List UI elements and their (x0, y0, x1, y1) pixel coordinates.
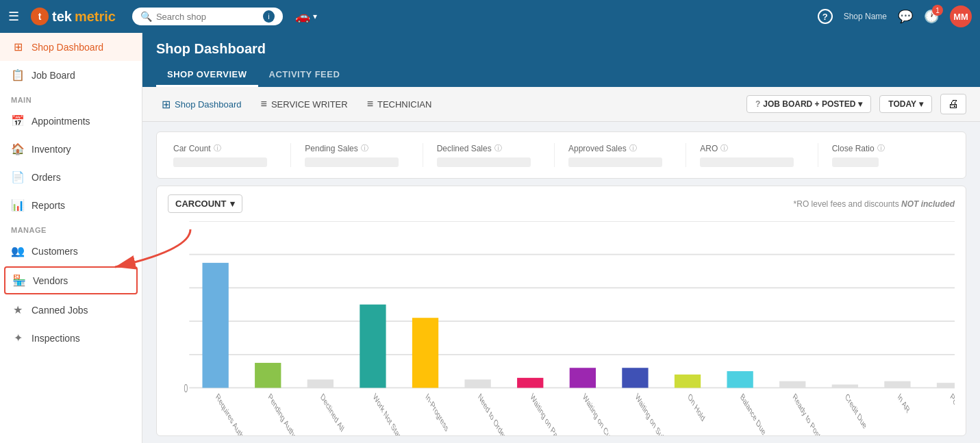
sidebar-label-reports: Reports (32, 200, 65, 211)
svg-rect-31 (779, 381, 805, 388)
sidebar-item-appointments[interactable]: 📅 Appointments (0, 107, 142, 135)
chart-type-dropdown[interactable]: CARCOUNT ▾ (168, 194, 242, 213)
stat-aro-label: ARO (700, 144, 718, 153)
svg-rect-13 (307, 379, 334, 388)
filter-dropdown-icon: ▾ (858, 99, 862, 109)
user-avatar[interactable]: MM (950, 5, 972, 27)
filter-label: JOB BOARD + POSTED (763, 99, 855, 109)
svg-text:Posted: Posted (949, 392, 955, 420)
svg-text:Waiting on Parts: Waiting on Parts (529, 392, 563, 435)
sidebar-label-inventory: Inventory (32, 144, 71, 155)
tab-shop-overview[interactable]: SHOP OVERVIEW (156, 64, 258, 87)
stat-aro-info[interactable]: ⓘ (720, 143, 728, 153)
stat-approved-sales-label: Approved Sales (568, 144, 627, 153)
toolbar-technician-label: TECHNICIAN (377, 99, 431, 110)
sidebar-item-inspections[interactable]: ✦ Inspections (0, 324, 142, 352)
filter-icon: ? (755, 99, 760, 109)
svg-rect-25 (622, 368, 648, 388)
sidebar-label-inspections: Inspections (32, 333, 80, 344)
job-board-filter-button[interactable]: ? JOB BOARD + POSTED ▾ (746, 95, 871, 113)
stat-close-ratio-label: Close Ratio (832, 144, 875, 153)
chart-note-emphasis: NOT included (901, 199, 955, 209)
stat-car-count-value (173, 157, 267, 167)
svg-text:On Hold: On Hold (687, 392, 706, 423)
sidebar-item-inventory[interactable]: 🏠 Inventory (0, 135, 142, 163)
chart-note: *RO level fees and discounts NOT include… (794, 199, 955, 209)
stat-close-ratio-value (832, 157, 879, 167)
sidebar-label-shop-dashboard: Shop Dashboard (32, 42, 103, 53)
svg-text:Balance Due: Balance Due (740, 392, 767, 435)
notification-badge: 1 (932, 5, 943, 16)
svg-text:0: 0 (184, 382, 188, 395)
stat-pending-sales-info[interactable]: ⓘ (361, 143, 368, 153)
toolbar: ⊞ Shop Dashboard ≡ SERVICE WRITER ≡ TECH… (142, 87, 980, 122)
sidebar-item-job-board[interactable]: 📋 Job Board (0, 61, 142, 89)
shop-dashboard-icon: ⊞ (11, 40, 25, 53)
svg-rect-35 (884, 381, 910, 388)
date-dropdown-icon: ▾ (919, 99, 923, 109)
stat-pending-sales-label: Pending Sales (305, 144, 357, 153)
svg-rect-9 (202, 263, 228, 388)
stat-approved-sales: Approved Sales ⓘ (554, 143, 686, 167)
sidebar-item-canned-jobs[interactable]: ★ Canned Jobs (0, 296, 142, 324)
svg-rect-37 (937, 383, 955, 388)
svg-text:Need to Order Parts: Need to Order Parts (477, 392, 518, 435)
toolbar-technician[interactable]: ≡ TECHNICIAN (362, 95, 438, 113)
notifications-button[interactable]: 🕐 1 (924, 9, 939, 24)
messages-button[interactable]: 💬 (898, 9, 913, 24)
svg-text:Ready to Post: Ready to Post (792, 392, 822, 435)
svg-text:Waiting on Sublet: Waiting on Sublet (634, 392, 670, 435)
chart-body: 0Requires AuthorizationPending Authoriza… (157, 221, 966, 435)
section-manage: MANAGE (0, 219, 142, 237)
hamburger-menu[interactable]: ☰ (8, 9, 19, 24)
bar-chart: 0Requires AuthorizationPending Authoriza… (168, 221, 955, 435)
sidebar-label-appointments: Appointments (32, 116, 90, 127)
logo-subtext: metric (75, 9, 116, 25)
sidebar-label-canned-jobs: Canned Jobs (32, 305, 88, 316)
date-filter-button[interactable]: TODAY ▾ (879, 95, 932, 113)
logo: t tekmetric (30, 7, 116, 26)
tab-activity-feed[interactable]: ACTIVITY FEED (258, 64, 351, 87)
page-header: Shop Dashboard SHOP OVERVIEW ACTIVITY FE… (142, 33, 980, 87)
chart-dropdown-arrow: ▾ (230, 199, 235, 209)
stat-aro-value (700, 157, 794, 167)
chart-type-label: CARCOUNT (175, 199, 226, 209)
stat-car-count-info[interactable]: ⓘ (214, 143, 221, 153)
stat-approved-sales-info[interactable]: ⓘ (629, 143, 637, 153)
main-layout: ⊞ Shop Dashboard 📋 Job Board MAIN 📅 Appo… (0, 33, 980, 443)
sidebar-item-customers[interactable]: 👥 Customers (0, 237, 142, 265)
print-icon: 🖨 (948, 98, 959, 110)
svg-rect-21 (517, 378, 543, 388)
help-button[interactable]: ? (818, 9, 833, 24)
search-box[interactable]: 🔍 i (132, 8, 283, 25)
sidebar-item-vendors[interactable]: 🏪 Vendors (4, 266, 138, 294)
sidebar-item-reports[interactable]: 📊 Reports (0, 191, 142, 219)
svg-rect-11 (255, 363, 281, 388)
sidebar-item-orders[interactable]: 📄 Orders (0, 163, 142, 191)
sidebar-label-orders: Orders (32, 172, 61, 183)
toolbar-shop-dashboard[interactable]: ⊞ Shop Dashboard (156, 95, 247, 114)
sidebar-label-vendors: Vendors (33, 275, 68, 286)
toolbar-service-writer[interactable]: ≡ SERVICE WRITER (255, 95, 353, 113)
search-input[interactable] (156, 12, 259, 22)
stat-declined-sales-label: Declined Sales (437, 144, 492, 153)
car-icon: 🚗 (295, 9, 310, 24)
stat-approved-sales-value (568, 157, 662, 167)
print-button[interactable]: 🖨 (940, 94, 966, 114)
orders-icon: 📄 (11, 170, 25, 183)
toolbar-dashboard-icon: ⊞ (162, 98, 171, 111)
svg-rect-23 (570, 368, 596, 388)
stat-car-count-label: Car Count (173, 144, 211, 153)
toolbar-dashboard-label: Shop Dashboard (175, 99, 242, 110)
sidebar-label-customers: Customers (32, 246, 78, 257)
sidebar-item-shop-dashboard[interactable]: ⊞ Shop Dashboard (0, 33, 142, 61)
stat-close-ratio-info[interactable]: ⓘ (877, 143, 885, 153)
car-selector[interactable]: 🚗 ▾ (295, 9, 317, 24)
search-info-icon[interactable]: i (263, 10, 275, 23)
stat-declined-sales-info[interactable]: ⓘ (494, 143, 502, 153)
stat-pending-sales: Pending Sales ⓘ (290, 143, 422, 167)
vendors-icon: 🏪 (12, 274, 26, 287)
svg-rect-19 (464, 379, 490, 388)
nav-right: ? Shop Name 💬 🕐 1 MM (818, 5, 972, 27)
date-label: TODAY (888, 99, 916, 109)
